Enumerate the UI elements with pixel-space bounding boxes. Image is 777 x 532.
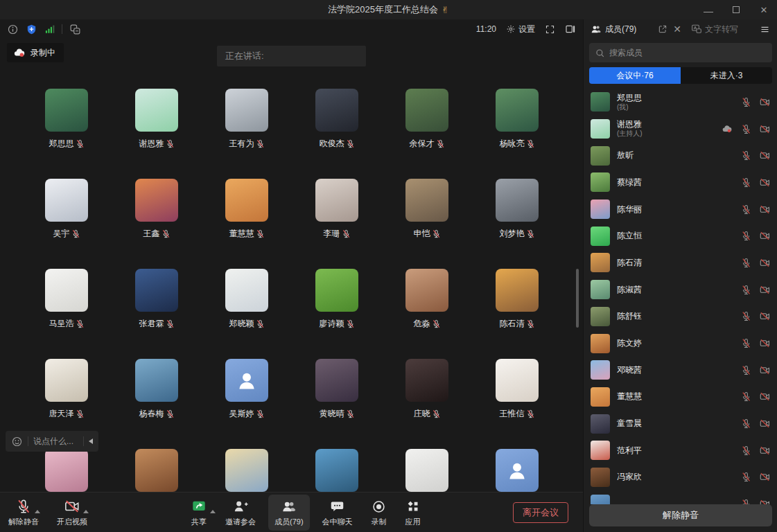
mic-muted-icon[interactable] bbox=[741, 391, 751, 402]
fullscreen-button[interactable] bbox=[545, 24, 555, 35]
recording-badge[interactable]: 录制中 bbox=[7, 43, 64, 62]
camera-muted-icon[interactable] bbox=[760, 445, 770, 456]
participant-tile[interactable]: 马呈浩 bbox=[21, 269, 112, 359]
mic-muted-icon[interactable] bbox=[741, 150, 751, 161]
camera-muted-icon[interactable] bbox=[760, 472, 770, 482]
member-row[interactable]: 陈立恒 bbox=[584, 222, 777, 249]
maximize-button[interactable] bbox=[731, 5, 741, 15]
camera-muted-icon[interactable] bbox=[760, 177, 770, 188]
caret-up-icon[interactable] bbox=[83, 510, 89, 513]
close-button[interactable]: ✕ bbox=[759, 5, 769, 15]
participant-tile[interactable]: 廖诗颖 bbox=[292, 269, 382, 359]
toolbar-share-screen-button[interactable]: 共享 bbox=[191, 498, 207, 527]
toolbar-apps-button[interactable]: 应用 bbox=[405, 498, 421, 527]
participant-tile[interactable]: 余保才 bbox=[382, 89, 472, 179]
camera-muted-icon[interactable] bbox=[760, 124, 770, 134]
camera-muted-icon[interactable] bbox=[760, 311, 770, 321]
member-search-box[interactable] bbox=[589, 43, 772, 62]
member-row[interactable]: 陈文婷 bbox=[584, 330, 777, 357]
mic-muted-icon[interactable] bbox=[741, 177, 751, 188]
member-row[interactable]: 邓晓茜 bbox=[584, 357, 777, 384]
camera-muted-icon[interactable] bbox=[760, 285, 770, 295]
participant-tile[interactable]: 李珊 bbox=[292, 179, 382, 269]
member-row[interactable]: 董慧慧 bbox=[584, 384, 777, 411]
participant-tile[interactable]: 危淼 bbox=[382, 269, 472, 359]
mic-muted-icon[interactable] bbox=[741, 97, 751, 107]
toolbar-camera-muted-button[interactable]: 开启视频 bbox=[57, 498, 87, 527]
camera-muted-icon[interactable] bbox=[760, 418, 770, 429]
participant-tile[interactable]: 申恺 bbox=[382, 179, 472, 269]
participant-tile[interactable]: 王惟信 bbox=[472, 359, 562, 449]
member-row[interactable]: 蔡绿茜 bbox=[584, 169, 777, 196]
participant-tile[interactable]: 吴宇 bbox=[21, 179, 112, 269]
member-row[interactable]: 范利平 bbox=[584, 437, 777, 464]
camera-muted-icon[interactable] bbox=[760, 204, 770, 215]
search-input[interactable] bbox=[609, 48, 748, 57]
mic-muted-icon[interactable] bbox=[741, 418, 751, 429]
tab-not-joined[interactable]: 未进入·3 bbox=[681, 67, 772, 84]
toolbar-record-button[interactable]: 录制 bbox=[372, 498, 387, 527]
mic-muted-icon[interactable] bbox=[741, 445, 751, 456]
participant-tile[interactable]: 刘梦艳 bbox=[472, 179, 562, 269]
leave-meeting-button[interactable]: 离开会议 bbox=[513, 502, 568, 523]
chat-placeholder[interactable]: 说点什么... bbox=[33, 436, 78, 447]
mic-muted-icon[interactable] bbox=[741, 285, 751, 295]
member-row[interactable]: 陈淑茜 bbox=[584, 276, 777, 303]
tab-in-meeting[interactable]: 会议中·76 bbox=[589, 67, 681, 84]
participant-tile[interactable]: 陈石清 bbox=[472, 269, 562, 359]
mic-muted-icon[interactable] bbox=[741, 311, 751, 321]
member-row[interactable]: 敖昕 bbox=[584, 142, 777, 169]
mic-muted-icon[interactable] bbox=[741, 258, 751, 268]
caret-up-icon[interactable] bbox=[210, 510, 216, 513]
interpretation-icon[interactable] bbox=[69, 24, 81, 35]
participant-tile[interactable]: 欧俊杰 bbox=[292, 89, 382, 179]
participant-tile[interactable]: 郑晓颖 bbox=[202, 269, 292, 359]
participant-tile[interactable]: 吴斯婷 bbox=[202, 359, 292, 449]
scrollbar[interactable] bbox=[576, 269, 579, 328]
network-signal-icon[interactable] bbox=[44, 24, 55, 35]
member-row[interactable]: 陈石清 bbox=[584, 249, 777, 276]
unmute-button[interactable]: 解除静音 bbox=[589, 504, 772, 526]
caret-up-icon[interactable] bbox=[35, 510, 40, 513]
mic-muted-icon[interactable] bbox=[741, 472, 751, 482]
minimize-button[interactable] bbox=[704, 8, 713, 12]
participant-tile[interactable]: 王有为 bbox=[202, 89, 292, 179]
member-row[interactable]: 冯家欣 bbox=[584, 464, 777, 491]
camera-muted-icon[interactable] bbox=[760, 391, 770, 402]
close-panel-icon[interactable]: ✕ bbox=[673, 24, 681, 35]
member-row[interactable]: 谢恩雅 (主持人) bbox=[584, 116, 777, 143]
member-row[interactable]: 陈舒钰 bbox=[584, 303, 777, 330]
toolbar-invite-button[interactable]: 邀请参会 bbox=[225, 498, 256, 527]
mic-muted-icon[interactable] bbox=[741, 365, 751, 375]
layout-toggle-button[interactable] bbox=[565, 24, 576, 35]
settings-button[interactable]: 设置 bbox=[506, 24, 535, 35]
participant-tile[interactable]: 庄晓 bbox=[382, 359, 472, 449]
member-row[interactable]: 陈华丽 bbox=[584, 196, 777, 223]
popout-panel-icon[interactable] bbox=[658, 24, 667, 34]
camera-muted-icon[interactable] bbox=[760, 231, 770, 241]
camera-muted-icon[interactable] bbox=[760, 338, 770, 348]
toolbar-members-button[interactable]: 成员(79) bbox=[268, 495, 310, 531]
camera-muted-icon[interactable] bbox=[760, 258, 770, 268]
participant-tile[interactable]: 张君霖 bbox=[112, 269, 202, 359]
camera-muted-icon[interactable] bbox=[760, 499, 770, 504]
mic-muted-icon[interactable] bbox=[741, 338, 751, 348]
toolbar-chat-button[interactable]: 会中聊天 bbox=[322, 498, 353, 527]
participant-tile[interactable]: 杨咏亮 bbox=[472, 89, 562, 179]
member-row[interactable]: 童雪晨 bbox=[584, 410, 777, 437]
participant-tile[interactable]: 杨春梅 bbox=[112, 359, 202, 449]
participant-tile[interactable]: 谢恩雅 bbox=[112, 89, 202, 179]
camera-muted-icon[interactable] bbox=[760, 365, 770, 375]
mic-muted-icon[interactable] bbox=[741, 231, 751, 241]
collapse-chat-icon[interactable] bbox=[89, 438, 93, 444]
info-icon[interactable] bbox=[7, 24, 19, 35]
toolbar-mic-muted-button[interactable]: 解除静音 bbox=[8, 498, 39, 527]
participant-tile[interactable]: 王鑫 bbox=[112, 179, 202, 269]
participant-tile[interactable]: 董慧慧 bbox=[202, 179, 292, 269]
member-row[interactable]: 郑思思 (我) bbox=[584, 89, 777, 116]
mic-muted-icon[interactable] bbox=[741, 204, 751, 215]
member-row[interactable] bbox=[584, 490, 777, 504]
mic-muted-icon[interactable] bbox=[741, 499, 751, 504]
security-shield-icon[interactable] bbox=[26, 24, 37, 35]
participant-tile[interactable]: 郑思思 bbox=[21, 89, 112, 179]
